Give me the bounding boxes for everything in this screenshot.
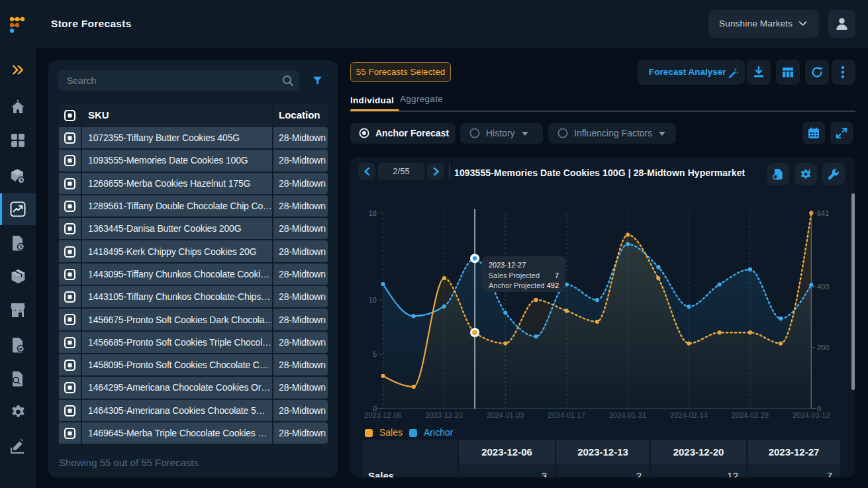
svg-text:641: 641 xyxy=(817,209,829,217)
svg-text:10: 10 xyxy=(369,296,377,304)
svg-text:2024-02-14: 2024-02-14 xyxy=(670,411,707,419)
svg-text:18: 18 xyxy=(369,209,377,217)
svg-text:2023-12-06: 2023-12-06 xyxy=(364,411,401,419)
svg-text:2024-02-28: 2024-02-28 xyxy=(732,411,769,419)
svg-text:2024-01-17: 2024-01-17 xyxy=(548,411,585,419)
svg-text:400: 400 xyxy=(817,283,829,291)
svg-text:5: 5 xyxy=(373,350,377,358)
svg-text:2024-01-31: 2024-01-31 xyxy=(609,411,646,419)
svg-text:2023-12-20: 2023-12-20 xyxy=(426,411,463,419)
svg-text:200: 200 xyxy=(817,344,829,352)
svg-text:2024-03-13: 2024-03-13 xyxy=(793,411,830,419)
svg-text:2024-01-03: 2024-01-03 xyxy=(487,411,524,419)
